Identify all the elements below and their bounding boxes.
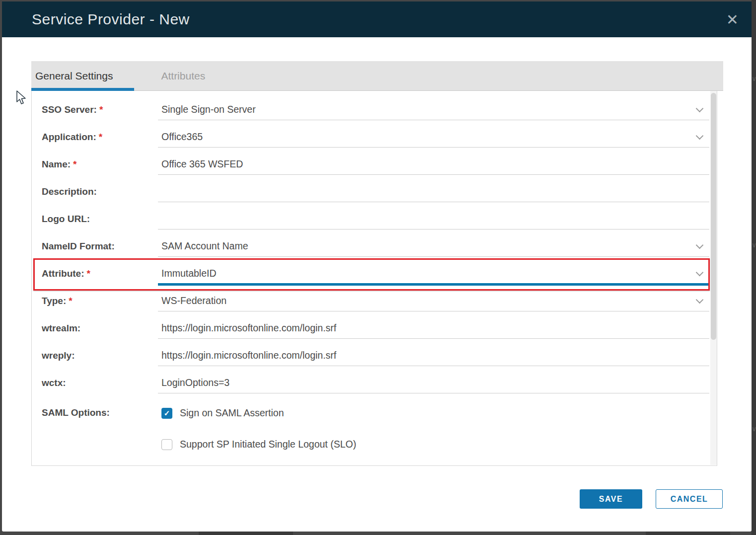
form-row-sso-server: SSO Server:*Single Sign-on Server [42,96,717,123]
type-select[interactable]: WS-Federation [158,291,709,311]
cancel-button[interactable]: CANCEL [656,489,723,509]
checkbox-option-label: Sign on SAML Assertion [180,407,284,419]
saml-options-options: ✓Sign on SAML AssertionSupport SP Initia… [158,407,356,470]
form-rows: SSO Server:*Single Sign-on ServerApplica… [32,91,717,461]
application-value: Office365 [158,131,203,143]
application-label: Application:* [42,132,158,143]
name-value: Office 365 WSFED [158,158,243,170]
chevron-down-icon [696,268,704,276]
sso-server-select[interactable]: Single Sign-on Server [158,99,709,120]
logo-url-input[interactable] [158,209,709,229]
sso-server-value: Single Sign-on Server [158,104,256,115]
form-row-name: Name:*Office 365 WSFED [42,151,717,178]
wreply-label: wreply: [42,350,158,361]
required-asterisk: * [73,159,76,169]
chevron-down-icon [696,296,704,304]
background-chevron-icon: ∨ [752,241,756,249]
name-input[interactable]: Office 365 WSFED [158,154,709,175]
wreply-input[interactable]: https://login.microsoftonline.com/login.… [158,345,709,366]
form-scrollbar-thumb[interactable] [711,93,716,340]
application-select[interactable]: Office365 [158,127,709,148]
required-asterisk: * [69,296,72,306]
wtrealm-value: https://login.microsoftonline.com/login.… [158,322,336,334]
background-chevron-icon: ∨ [752,425,756,433]
background-text-smudge [646,532,730,535]
wctx-label: wctx: [42,378,158,388]
tab-bar: General Settings Attributes [31,61,723,91]
nameid-format-value: SAM Account Name [158,240,248,252]
attribute-value: ImmutableID [158,268,217,279]
logo-url-label: Logo URL: [42,214,158,225]
tab-attributes[interactable]: Attributes [161,61,205,91]
required-asterisk: * [99,104,103,115]
name-label: Name:* [42,159,158,170]
saml-options-label: SAML Options: [42,407,158,418]
type-value: WS-Federation [158,295,227,306]
checkbox-option-label: Support SP Initiated Single Logout (SLO) [180,439,356,450]
form-row-application: Application:*Office365 [42,123,717,151]
form-row-saml-options: SAML Options:✓Sign on SAML AssertionSupp… [42,396,717,461]
tab-general-settings[interactable]: General Settings [31,61,134,91]
service-provider-dialog: Service Provider - New ✕ General Setting… [2,1,752,532]
required-asterisk: * [99,132,102,142]
form-row-wctx: wctx:LoginOptions=3 [42,369,717,396]
background-right-strip: ∨ ∨ ∨ [752,0,756,535]
chevron-down-icon [696,132,704,140]
nameid-format-label: NameID Format: [42,241,158,252]
type-label: Type:* [42,296,158,306]
form-row-logo-url: Logo URL: [42,205,717,232]
nameid-format-select[interactable]: SAM Account Name [158,236,709,257]
form-scrollbar-track[interactable] [710,91,717,465]
wreply-value: https://login.microsoftonline.com/login.… [158,350,336,361]
sso-server-label: SSO Server:* [42,104,158,115]
wtrealm-input[interactable]: https://login.microsoftonline.com/login.… [158,318,709,339]
dialog-title: Service Provider - New [2,1,752,37]
general-settings-form: SSO Server:*Single Sign-on ServerApplica… [31,91,717,466]
required-asterisk: * [86,268,90,279]
description-input[interactable] [158,181,709,202]
saml-options-option-0: ✓Sign on SAML Assertion [158,407,356,419]
background-chevron-icon: ∨ [752,75,756,82]
wctx-value: LoginOptions=3 [158,377,229,388]
close-icon[interactable]: ✕ [726,1,739,37]
save-button[interactable]: SAVE [580,489,642,509]
wtrealm-label: wtrealm: [42,323,158,334]
form-row-nameid-format: NameID Format:SAM Account Name [42,232,717,260]
mouse-cursor-icon [15,90,27,106]
form-row-attribute: Attribute:*ImmutableID [42,260,717,287]
checkbox-unchecked-icon[interactable] [161,439,172,450]
chevron-down-icon [696,104,704,112]
attribute-label: Attribute:* [42,268,158,279]
form-row-description: Description: [42,178,717,205]
checkbox-checked-icon[interactable]: ✓ [161,408,172,419]
background-text-smudge [199,532,293,535]
attribute-select[interactable]: ImmutableID [158,263,709,284]
saml-options-option-1: Support SP Initiated Single Logout (SLO) [158,439,356,450]
form-row-wtrealm: wtrealm:https://login.microsoftonline.co… [42,314,717,342]
chevron-down-icon [696,241,704,249]
wctx-input[interactable]: LoginOptions=3 [158,373,709,393]
description-label: Description: [42,186,158,197]
form-row-wreply: wreply:https://login.microsoftonline.com… [42,342,717,369]
dialog-header: Service Provider - New ✕ [2,1,752,37]
form-row-type: Type:*WS-Federation [42,287,717,314]
